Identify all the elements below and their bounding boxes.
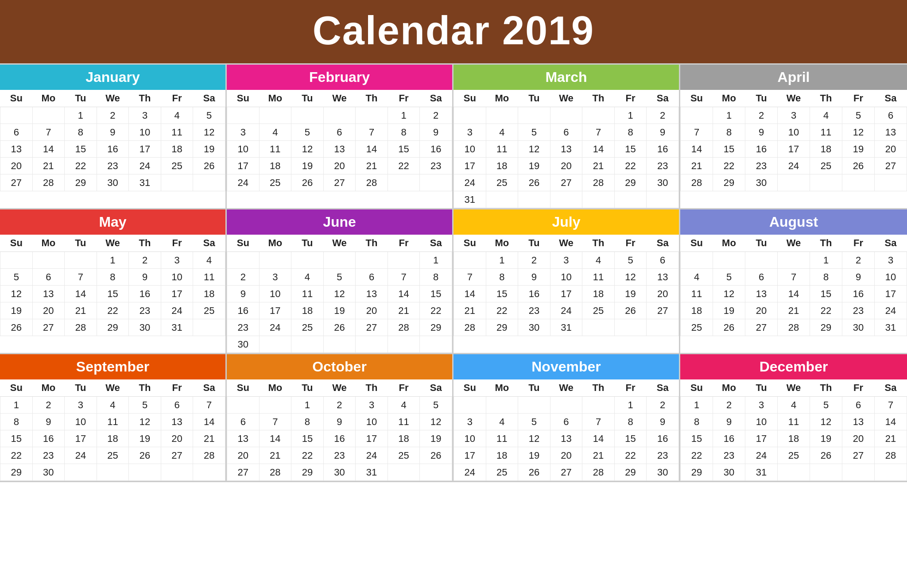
calendar-day-cell	[161, 174, 193, 191]
calendar-day-cell: 3	[356, 397, 388, 414]
calendar-day-cell	[388, 252, 420, 269]
calendar-day-cell: 30	[713, 464, 745, 481]
calendar-day-cell	[65, 252, 97, 269]
table-row: 20212223242526	[227, 447, 452, 464]
day-header-tu: Tu	[518, 379, 550, 397]
table-row: 123	[681, 252, 907, 269]
calendar-day-cell: 21	[65, 302, 97, 319]
calendar-day-cell: 25	[486, 174, 518, 191]
day-header-su: Su	[681, 235, 713, 252]
calendar-day-cell: 25	[388, 447, 420, 464]
table-row: 262728293031	[0, 319, 225, 336]
calendar-day-cell: 4	[259, 124, 291, 141]
month-header-november: November	[454, 354, 679, 379]
calendar-day-cell: 25	[778, 447, 810, 464]
day-header-th: Th	[129, 379, 161, 397]
calendar-day-cell: 30	[647, 174, 679, 191]
calendar-day-cell: 20	[227, 447, 260, 464]
table-row: 28293031	[454, 319, 679, 336]
calendar-day-cell: 7	[778, 269, 810, 286]
table-row: 20212223242526	[0, 158, 225, 174]
calendar-day-cell: 21	[681, 158, 713, 174]
calendar-day-cell: 23	[647, 158, 679, 174]
calendar-day-cell: 26	[614, 302, 647, 319]
calendar-day-cell: 4	[582, 252, 615, 269]
day-header-th: Th	[582, 379, 615, 397]
calendar-day-cell: 17	[550, 286, 582, 302]
calendar-day-cell	[356, 107, 388, 124]
calendar-day-cell: 10	[550, 269, 582, 286]
calendar-day-cell: 19	[420, 430, 452, 447]
calendar-day-cell: 24	[550, 302, 582, 319]
calendar-day-cell: 20	[32, 302, 65, 319]
month-november: NovemberSuMoTuWeThFrSa123456789101112131…	[454, 354, 680, 482]
calendar-day-cell: 26	[518, 174, 550, 191]
calendar-day-cell: 28	[778, 319, 810, 336]
calendar-day-cell: 8	[614, 414, 647, 430]
calendar-day-cell: 26	[193, 158, 225, 174]
calendar-day-cell: 6	[647, 252, 679, 269]
calendar-day-cell: 3	[778, 107, 810, 124]
day-header-we: We	[323, 90, 356, 107]
month-table-may: SuMoTuWeThFrSa12345678910111213141516171…	[0, 235, 225, 336]
calendar-day-cell: 17	[454, 447, 486, 464]
month-may: MaySuMoTuWeThFrSa12345678910111213141516…	[0, 209, 227, 354]
calendar-day-cell: 1	[614, 107, 647, 124]
calendar-day-cell: 8	[713, 124, 745, 141]
calendar-day-cell: 13	[161, 414, 193, 430]
calendar-day-cell: 21	[454, 302, 486, 319]
calendar-day-cell	[550, 397, 582, 414]
calendar-day-cell: 2	[745, 107, 778, 124]
calendar-day-cell: 21	[356, 158, 388, 174]
day-header-tu: Tu	[518, 235, 550, 252]
day-header-fr: Fr	[842, 235, 875, 252]
calendar-day-cell: 28	[582, 464, 615, 481]
calendar-day-cell	[259, 397, 291, 414]
calendar-day-cell: 23	[420, 158, 452, 174]
calendar-day-cell: 14	[356, 141, 388, 158]
calendar-day-cell: 11	[681, 286, 713, 302]
calendar-day-cell: 14	[32, 141, 65, 158]
calendar-day-cell: 18	[291, 302, 324, 319]
calendar-day-cell	[97, 464, 129, 481]
calendar-day-cell: 9	[97, 124, 129, 141]
month-table-january: SuMoTuWeThFrSa12345678910111213141516171…	[0, 90, 225, 191]
calendar-day-cell: 20	[875, 141, 907, 158]
calendar-day-cell	[582, 319, 615, 336]
calendar-day-cell: 13	[875, 124, 907, 141]
calendar-day-cell	[193, 464, 225, 481]
calendar-day-cell: 2	[97, 107, 129, 124]
table-row: 891011121314	[0, 414, 225, 430]
calendar-day-cell: 25	[486, 464, 518, 481]
calendar-day-cell: 10	[454, 141, 486, 158]
calendar-day-cell: 7	[582, 124, 615, 141]
table-row: 12345	[227, 397, 452, 414]
table-row: 891011121314	[681, 414, 907, 430]
table-row: 21222324252627	[681, 158, 907, 174]
table-row: 12	[454, 397, 679, 414]
calendar-day-cell: 26	[713, 319, 745, 336]
calendar-day-cell: 11	[582, 269, 615, 286]
calendar-day-cell: 22	[614, 447, 647, 464]
day-header-sa: Sa	[193, 235, 225, 252]
calendar-day-cell: 4	[810, 107, 842, 124]
day-header-we: We	[778, 235, 810, 252]
calendar-day-cell	[550, 107, 582, 124]
table-row: 1234	[0, 252, 225, 269]
calendar-day-cell: 30	[518, 319, 550, 336]
calendar-day-cell	[778, 252, 810, 269]
calendar-day-cell: 27	[161, 447, 193, 464]
day-header-th: Th	[810, 90, 842, 107]
calendar-day-cell: 16	[647, 430, 679, 447]
calendar-day-cell: 5	[193, 107, 225, 124]
calendar-day-cell: 14	[582, 430, 615, 447]
table-row: 6789101112	[0, 124, 225, 141]
calendar-day-cell: 12	[810, 414, 842, 430]
calendar-day-cell: 10	[454, 430, 486, 447]
calendar-day-cell: 9	[647, 414, 679, 430]
calendar-day-cell: 20	[550, 158, 582, 174]
calendar-day-cell: 4	[193, 252, 225, 269]
calendar-day-cell: 6	[875, 107, 907, 124]
day-header-we: We	[778, 90, 810, 107]
calendar-day-cell: 31	[550, 319, 582, 336]
